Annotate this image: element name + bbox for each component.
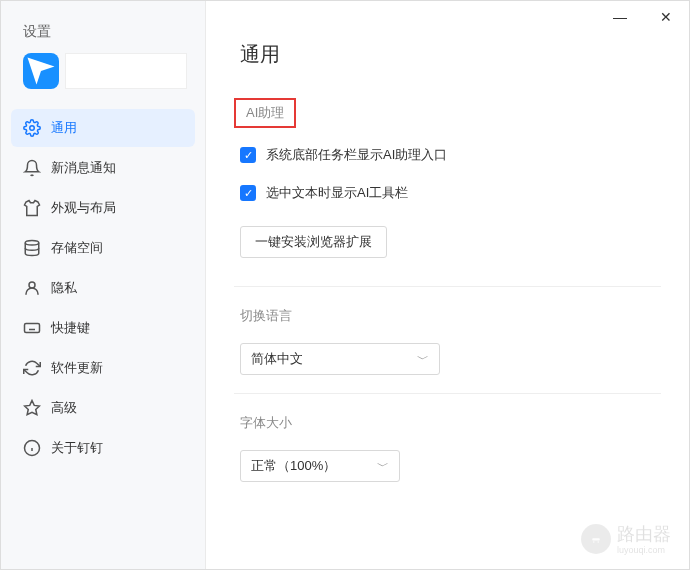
- svg-marker-4: [25, 401, 40, 415]
- sidebar-item-label: 通用: [51, 119, 77, 137]
- bell-icon: [23, 159, 41, 177]
- sidebar-item-about[interactable]: 关于钉钉: [11, 429, 195, 467]
- section-language-label: 切换语言: [240, 307, 292, 325]
- checkbox-row-taskbar-ai: ✓ 系统底部任务栏显示AI助理入口: [240, 146, 661, 164]
- watermark-text: 路由器: [617, 524, 671, 544]
- language-select[interactable]: 简体中文 ﹀: [240, 343, 440, 375]
- checkbox-row-text-ai-toolbar: ✓ 选中文本时显示AI工具栏: [240, 184, 661, 202]
- database-icon: [23, 239, 41, 257]
- sidebar-item-appearance[interactable]: 外观与布局: [11, 189, 195, 227]
- sidebar-item-privacy[interactable]: 隐私: [11, 269, 195, 307]
- svg-point-1: [25, 241, 39, 246]
- checkbox-taskbar-ai[interactable]: ✓: [240, 147, 256, 163]
- divider: [234, 393, 661, 394]
- checkbox-label: 系统底部任务栏显示AI助理入口: [266, 146, 447, 164]
- sidebar-item-update[interactable]: 软件更新: [11, 349, 195, 387]
- sidebar-item-label: 高级: [51, 399, 77, 417]
- content-pane: 通用 AI助理 ✓ 系统底部任务栏显示AI助理入口 ✓ 选中文本时显示AI工具栏…: [206, 1, 689, 569]
- info-icon: [23, 439, 41, 457]
- sidebar-item-label: 新消息通知: [51, 159, 116, 177]
- sidebar-item-label: 存储空间: [51, 239, 103, 257]
- app-name-blank: [65, 53, 187, 89]
- install-browser-ext-button[interactable]: 一键安装浏览器扩展: [240, 226, 387, 258]
- sidebar-item-storage[interactable]: 存储空间: [11, 229, 195, 267]
- sidebar-item-label: 关于钉钉: [51, 439, 103, 457]
- gear-icon: [23, 119, 41, 137]
- section-font-label: 字体大小: [240, 414, 292, 432]
- svg-rect-6: [592, 538, 600, 540]
- section-ai-label: AI助理: [234, 98, 296, 128]
- watermark: 路由器 luyouqi.com: [581, 522, 671, 555]
- checkbox-text-ai-toolbar[interactable]: ✓: [240, 185, 256, 201]
- svg-rect-3: [25, 324, 40, 333]
- sidebar-item-shortcuts[interactable]: 快捷键: [11, 309, 195, 347]
- svg-point-2: [29, 282, 35, 288]
- sidebar-item-label: 快捷键: [51, 319, 90, 337]
- keyboard-icon: [23, 319, 41, 337]
- user-icon: [23, 279, 41, 297]
- svg-point-0: [30, 126, 35, 131]
- select-value: 简体中文: [251, 350, 303, 368]
- chevron-down-icon: ﹀: [377, 458, 389, 475]
- sidebar-nav: 通用 新消息通知 外观与布局 存储空间: [1, 105, 205, 473]
- sidebar-item-label: 外观与布局: [51, 199, 116, 217]
- star-icon: [23, 399, 41, 417]
- sidebar-item-label: 隐私: [51, 279, 77, 297]
- shirt-icon: [23, 199, 41, 217]
- app-icon: [23, 53, 59, 89]
- sidebar-title: 设置: [1, 11, 205, 47]
- app-header: [1, 47, 205, 105]
- sidebar-item-notifications[interactable]: 新消息通知: [11, 149, 195, 187]
- router-icon: [581, 524, 611, 554]
- sidebar-item-advanced[interactable]: 高级: [11, 389, 195, 427]
- sidebar: 设置 通用 新消息通知: [1, 1, 206, 569]
- refresh-icon: [23, 359, 41, 377]
- checkbox-label: 选中文本时显示AI工具栏: [266, 184, 408, 202]
- svg-point-8: [598, 541, 600, 543]
- font-size-select[interactable]: 正常（100%） ﹀: [240, 450, 400, 482]
- close-button[interactable]: ✕: [643, 1, 689, 33]
- minimize-button[interactable]: —: [597, 1, 643, 33]
- sidebar-item-general[interactable]: 通用: [11, 109, 195, 147]
- page-title: 通用: [240, 41, 661, 68]
- sidebar-item-label: 软件更新: [51, 359, 103, 377]
- watermark-sub: luyouqi.com: [617, 546, 671, 555]
- chevron-down-icon: ﹀: [417, 351, 429, 368]
- select-value: 正常（100%）: [251, 457, 336, 475]
- divider: [234, 286, 661, 287]
- svg-point-7: [593, 541, 595, 543]
